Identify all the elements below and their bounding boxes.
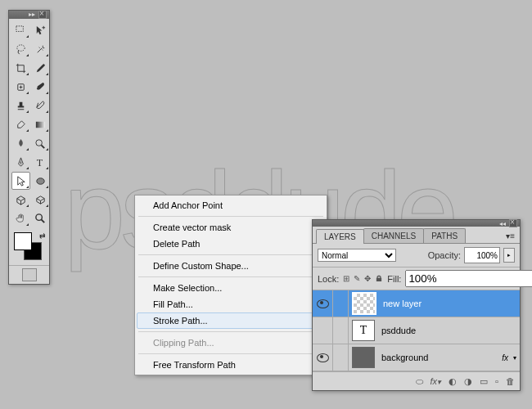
svg-rect-3 — [36, 121, 45, 128]
menu-make-selection[interactable]: Make Selection... — [137, 280, 325, 296]
color-swatches[interactable]: ⇄ — [9, 230, 49, 265]
layers-footer: ⬭ fx▾ ◐ ◑ ▭ ▫ 🗑︎ — [313, 371, 520, 390]
tab-paths[interactable]: PATHS — [423, 228, 466, 243]
fill-input[interactable] — [405, 270, 532, 287]
mask-icon[interactable]: ◐ — [449, 376, 457, 387]
menu-stroke-path[interactable]: Stroke Path... — [137, 312, 325, 329]
menu-separator — [138, 353, 323, 354]
crop-tool[interactable] — [11, 59, 30, 77]
wand-tool[interactable] — [31, 40, 50, 58]
blend-mode-select[interactable]: Normal — [318, 249, 396, 262]
menu-separator — [138, 254, 323, 255]
tab-channels[interactable]: CHANNELS — [363, 228, 424, 243]
path-selection-tool[interactable] — [11, 172, 30, 190]
visibility-toggle[interactable] — [313, 290, 333, 317]
svg-point-1 — [17, 44, 25, 51]
type-tool[interactable]: T — [31, 153, 50, 171]
opacity-label: Opacity: — [428, 250, 461, 260]
opacity-input[interactable] — [464, 247, 500, 263]
history-brush-tool[interactable] — [31, 97, 50, 115]
eye-icon — [317, 353, 329, 362]
layer-thumbnail[interactable] — [352, 347, 375, 368]
edit-mode-toggle[interactable] — [9, 265, 49, 284]
gradient-tool[interactable] — [31, 115, 50, 133]
layer-name[interactable]: psddude — [378, 326, 520, 335]
lock-position-icon[interactable]: ✥ — [364, 273, 371, 284]
tab-layers[interactable]: LAYERS — [316, 229, 364, 244]
adjustment-icon[interactable]: ◑ — [464, 376, 472, 387]
menu-add-anchor-point[interactable]: Add Anchor Point — [137, 197, 325, 213]
healing-tool[interactable] — [11, 78, 30, 96]
swap-colors-icon[interactable]: ⇄ — [39, 231, 46, 240]
trash-icon[interactable]: 🗑︎ — [506, 376, 515, 386]
tools-panel: ▸▸ T ⇄ — [8, 10, 50, 285]
close-icon[interactable] — [509, 219, 517, 227]
link-layers-icon[interactable]: ⬭ — [416, 376, 423, 387]
close-icon[interactable] — [38, 11, 47, 19]
panel-tabs: LAYERS CHANNELS PATHS ▾≡ — [313, 227, 520, 244]
layer-thumbnail[interactable]: T — [352, 320, 375, 341]
menu-define-custom-shape[interactable]: Define Custom Shape... — [137, 258, 325, 274]
brush-tool[interactable] — [31, 78, 50, 96]
eyedropper-tool[interactable] — [31, 59, 50, 77]
layer-list: new layer T psddude background fx ▾ — [313, 290, 520, 371]
camera-tool[interactable] — [31, 191, 50, 209]
move-tool-icon[interactable] — [31, 21, 50, 39]
menu-delete-path[interactable]: Delete Path — [137, 236, 325, 252]
menu-fill-path[interactable]: Fill Path... — [137, 296, 325, 312]
shape-tool[interactable] — [31, 172, 50, 190]
path-context-menu: Add Anchor Point Create vector mask Dele… — [134, 195, 327, 375]
visibility-toggle[interactable] — [313, 344, 333, 371]
eye-icon — [317, 299, 329, 308]
lock-label: Lock: — [318, 274, 339, 284]
layer-row[interactable]: new layer — [313, 290, 520, 317]
svg-rect-0 — [16, 25, 23, 31]
panel-menu-icon[interactable]: ▾≡ — [501, 229, 520, 243]
fill-label: Fill: — [387, 274, 401, 284]
menu-free-transform-path[interactable]: Free Transform Path — [137, 357, 325, 373]
svg-point-6 — [37, 178, 44, 184]
opacity-slider-icon[interactable]: ▸ — [503, 248, 515, 263]
lock-pixels-icon[interactable]: ✎ — [354, 273, 360, 284]
layer-name[interactable]: background — [378, 353, 502, 362]
chevron-down-icon[interactable]: ▾ — [513, 354, 516, 362]
menu-separator — [138, 331, 323, 332]
svg-point-4 — [36, 139, 43, 146]
zoom-tool[interactable] — [31, 209, 50, 227]
dodge-tool[interactable] — [31, 134, 50, 152]
link-cell[interactable] — [333, 290, 349, 317]
standard-mode-icon[interactable] — [22, 268, 37, 281]
menu-separator — [138, 216, 323, 217]
link-cell[interactable] — [333, 344, 349, 371]
hand-tool[interactable] — [11, 209, 30, 227]
lasso-tool[interactable] — [11, 40, 30, 58]
link-cell[interactable] — [333, 317, 349, 344]
blur-tool[interactable] — [11, 134, 30, 152]
pen-tool[interactable] — [11, 153, 30, 171]
menu-clipping-path: Clipping Path... — [137, 335, 325, 351]
menu-create-vector-mask[interactable]: Create vector mask — [137, 219, 325, 236]
new-layer-icon[interactable]: ▫ — [495, 376, 498, 386]
layer-row[interactable]: T psddude — [313, 317, 520, 344]
layers-panel: ◂◂ LAYERS CHANNELS PATHS ▾≡ Normal Opaci… — [312, 219, 521, 391]
svg-text:T: T — [37, 157, 43, 169]
layer-name[interactable]: new layer — [380, 299, 520, 308]
collapse-icon[interactable]: ◂◂ — [499, 220, 506, 227]
collapse-icon[interactable]: ▸▸ — [29, 11, 35, 18]
visibility-toggle[interactable] — [313, 317, 333, 344]
stamp-tool[interactable] — [11, 97, 30, 115]
fx-icon[interactable]: fx▾ — [431, 376, 442, 386]
group-icon[interactable]: ▭ — [480, 376, 488, 387]
layer-thumbnail[interactable] — [352, 292, 376, 315]
tools-panel-header[interactable]: ▸▸ — [9, 11, 49, 19]
fx-badge[interactable]: fx — [502, 353, 508, 362]
lock-all-icon[interactable]: 🔒︎ — [375, 273, 383, 284]
foreground-color[interactable] — [14, 232, 32, 250]
layer-row[interactable]: background fx ▾ — [313, 344, 520, 371]
eraser-tool[interactable] — [11, 115, 30, 133]
move-tool[interactable] — [11, 21, 30, 39]
layers-panel-header[interactable]: ◂◂ — [313, 220, 520, 227]
3d-tool[interactable] — [11, 191, 30, 209]
menu-separator — [138, 276, 323, 277]
lock-transparency-icon[interactable]: ⊞ — [343, 273, 349, 284]
